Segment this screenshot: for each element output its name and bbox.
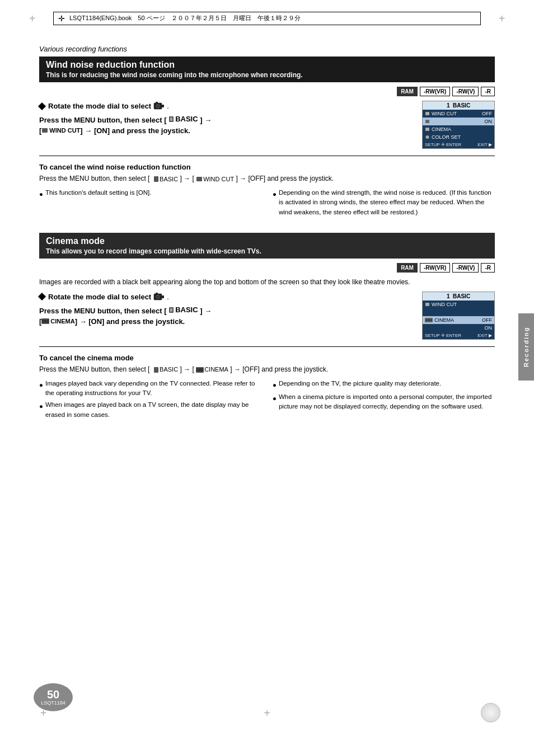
top-right-crosshair [492, 8, 512, 28]
cinema-bullet-1: ● Images played back vary depending on t… [39, 379, 261, 398]
wind-rotate-line: Rotate the mode dial to select . [39, 101, 416, 111]
cinema-bullet-text-2: When images are played back on a TV scre… [45, 400, 261, 420]
svg-point-19 [157, 296, 159, 298]
cinema-menu-row-4: ON [423, 324, 494, 332]
wind-menu-row-3: CINEMA [423, 125, 494, 133]
cinema-menu-title: 1 BASIC [423, 292, 494, 300]
svg-point-3 [157, 105, 159, 107]
period-2: . [167, 293, 169, 301]
cinema-menu-row-1: WIND CUT [423, 300, 494, 308]
bottom-center-crosshair [257, 703, 277, 722]
svg-rect-15 [196, 177, 202, 181]
cinema-instruction-row: Rotate the mode dial to select . [39, 292, 495, 340]
cinema-menu-bottom: SETUP ✛ ENTER EXIT ▶ [423, 332, 494, 339]
badge-ram: RAM [397, 87, 418, 96]
cinema-images-text: Images are recorded with a black belt ap… [39, 277, 495, 287]
badge-rw-v-2: -RW(V) [452, 263, 479, 273]
main-content: Various recording functions Wind noise r… [39, 36, 495, 422]
camera-icon [153, 101, 165, 111]
wind-instruction-row: Rotate the mode dial to select . [39, 101, 495, 149]
bullet-dot-6: ● [273, 394, 277, 403]
cinema-bullet-col-left: ● Images played back vary depending on t… [39, 379, 261, 422]
svg-rect-26 [42, 320, 49, 323]
cinema-menu-row-3: CINEMA OFF [423, 316, 494, 324]
wind-cancel-title: To cancel the wind noise reduction funct… [39, 163, 495, 171]
wind-noise-header: Wind noise reduction function This is fo… [39, 57, 495, 82]
section-wind-noise: Various recording functions Wind noise r… [39, 45, 495, 219]
svg-rect-9 [42, 128, 48, 133]
bullet-dot-2: ● [273, 190, 277, 199]
wind-menu-title: 1 BASIC [423, 101, 494, 110]
cinema-rotate-text: Rotate the mode dial to select [48, 293, 151, 301]
bullet-dot-4: ● [39, 402, 43, 411]
cross-mark: ✛ [58, 14, 65, 23]
cinema-bullet-col-right: ● Depending on the TV, the picture quali… [273, 379, 495, 422]
badge-rw-v: -RW(V) [452, 87, 479, 96]
diamond-icon [38, 102, 46, 110]
wind-rotate-text: Rotate the mode dial to select [48, 102, 151, 110]
cinema-subtitle: This allows you to record images compati… [46, 247, 488, 255]
wind-menu-bottom: SETUP ✛ ENTER EXIT ▶ [423, 141, 494, 148]
wind-bullet-2: ● Depending on the wind strength, the wi… [273, 188, 495, 217]
bullet-dot-3: ● [39, 381, 43, 390]
badge-r-2: -R [481, 263, 495, 273]
badge-r: -R [481, 87, 495, 96]
bullet-dot-1: ● [39, 190, 43, 199]
cinema-bullet-text-3: Depending on the TV, the picture quality… [279, 379, 441, 388]
cinema-title: Cinema mode [46, 236, 488, 246]
period: . [167, 102, 169, 110]
wind-menu-row-2: ON [423, 118, 494, 125]
divider-2 [39, 346, 495, 347]
svg-rect-1 [162, 105, 164, 107]
cinema-cancel-text: Press the MENU button, then select [ BAS… [39, 364, 495, 374]
cinema-bullet-text-4: When a cinema picture is imported onto a… [279, 392, 495, 412]
svg-rect-20 [156, 293, 158, 294]
divider-1 [39, 156, 495, 156]
wind-bullets: ● This function's default setting is [ON… [39, 188, 495, 219]
badge-rw-vr: -RW(VR) [420, 87, 450, 96]
bullet-dot-5: ● [273, 381, 277, 390]
cinema-bullets: ● Images played back vary depending on t… [39, 379, 495, 422]
cinema-menu-row-2 [423, 308, 494, 316]
wind-press-line: Press the MENU button, then select [ BAS… [39, 114, 416, 137]
svg-rect-11 [425, 120, 429, 123]
section-cinema: Cinema mode This allows you to record im… [39, 233, 495, 422]
bottom-right-reg-circle [481, 703, 500, 722]
wind-bullet-text-2: Depending on the wind strength, the wind… [279, 188, 495, 217]
cinema-instruction-text: Rotate the mode dial to select . [39, 292, 416, 327]
badge-rw-vr-2: -RW(VR) [420, 263, 450, 273]
cinema-bullet-text-1: Images played back vary depending on the… [45, 379, 261, 398]
wind-noise-title: Wind noise reduction function [46, 60, 488, 70]
wind-menu-row-1: WIND CUT OFF [423, 110, 494, 118]
media-badges-wind: RAM -RW(VR) -RW(V) -R [39, 87, 495, 96]
cinema-bullet-2: ● When images are played back on a TV sc… [39, 400, 261, 420]
wind-bullet-1: ● This function's default setting is [ON… [39, 188, 261, 199]
cinema-press-line: Press the MENU button, then select [ BAS… [39, 304, 416, 327]
svg-rect-32 [196, 368, 203, 372]
cinema-menu-box: 1 BASIC WIND CUT [422, 292, 495, 340]
svg-point-13 [426, 135, 429, 139]
wind-menu-screenshot: 1 BASIC WIND CUT OFF [422, 101, 495, 149]
svg-rect-10 [425, 112, 429, 115]
top-registration-area: ✛ LSQT1184(ENG).book 50 ページ ２００７年２月５日 月曜… [0, 0, 534, 36]
svg-rect-12 [425, 128, 429, 131]
svg-rect-17 [162, 295, 164, 298]
wind-bullet-col-left: ● This function's default setting is [ON… [39, 188, 261, 219]
svg-rect-27 [425, 303, 429, 306]
wind-menu-box: 1 BASIC WIND CUT OFF [422, 101, 495, 149]
bottom-left-crosshair [34, 703, 53, 722]
camera-icon-2 [153, 292, 165, 302]
svg-rect-30 [154, 367, 158, 373]
wind-bullet-col-right: ● Depending on the wind strength, the wi… [273, 188, 495, 219]
svg-rect-29 [425, 319, 432, 321]
header-info-box: ✛ LSQT1184(ENG).book 50 ページ ２００７年２月５日 月曜… [53, 12, 481, 25]
wind-bullet-text-1: This function's default setting is [ON]. [45, 188, 151, 198]
header-text: LSQT1184(ENG).book 50 ページ ２００７年２月５日 月曜日 … [69, 14, 301, 22]
section-label: Various recording functions [39, 45, 495, 53]
bottom-marks [0, 703, 534, 722]
top-left-crosshair [22, 8, 42, 28]
cinema-bullet-3: ● Depending on the TV, the picture quali… [273, 379, 495, 390]
media-badges-cinema: RAM -RW(VR) -RW(V) -R [39, 263, 495, 273]
cinema-cancel-title: To cancel the cinema mode [39, 354, 495, 362]
page: ✛ LSQT1184(ENG).book 50 ページ ２００７年２月５日 月曜… [0, 0, 534, 756]
